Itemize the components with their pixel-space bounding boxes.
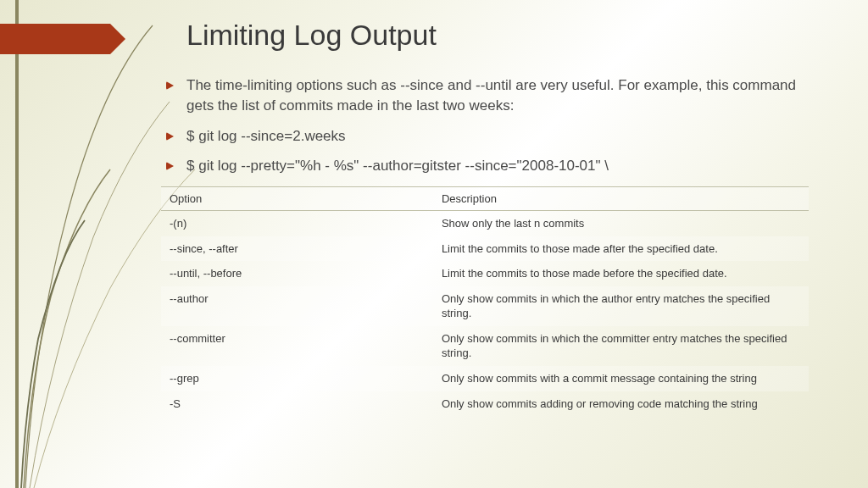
options-table: Option Description -(n)Show only the las… — [161, 186, 809, 416]
bullet-item: $ git log --since=2.weeks — [161, 126, 809, 147]
table-row: --committerOnly show commits in which th… — [161, 326, 809, 366]
bullet-item: $ git log --pretty="%h - %s" --author=gi… — [161, 156, 809, 176]
table-row: --until, --beforeLimit the commits to th… — [161, 261, 809, 286]
options-table-wrap: Option Description -(n)Show only the las… — [161, 186, 809, 416]
slide-title: Limiting Log Output — [186, 19, 809, 52]
bookmark-ribbon — [0, 24, 110, 54]
table-row: -(n)Show only the last n commits — [161, 211, 809, 236]
bullet-item: The time-limiting options such as --sinc… — [161, 75, 809, 116]
table-header-option: Option — [161, 187, 433, 211]
table-row: --authorOnly show commits in which the a… — [161, 286, 809, 326]
table-row: -SOnly show commits adding or removing c… — [161, 391, 809, 417]
left-vertical-stripe — [15, 0, 19, 488]
table-row: --since, --afterLimit the commits to tho… — [161, 236, 809, 262]
table-row: --grepOnly show commits with a commit me… — [161, 366, 809, 391]
bullet-list: The time-limiting options such as --sinc… — [161, 75, 809, 176]
table-header-description: Description — [433, 187, 809, 211]
slide-content: Limiting Log Output The time-limiting op… — [186, 19, 809, 416]
